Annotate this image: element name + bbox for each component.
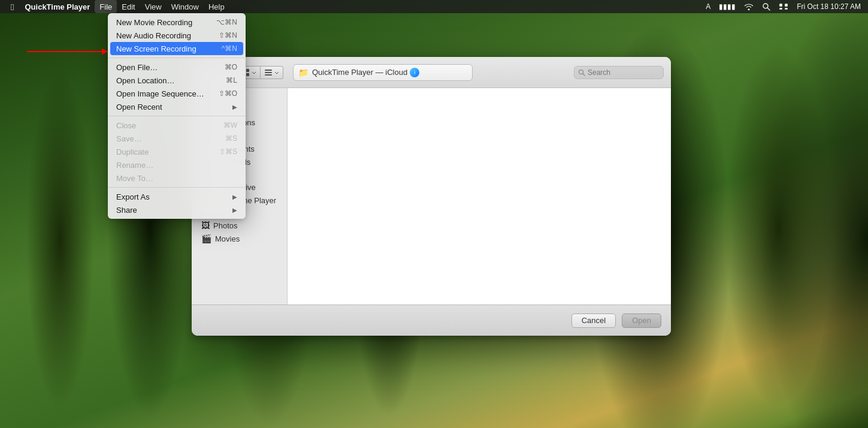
- menu-item-label: Share: [116, 206, 137, 215]
- menu-item-label: New Movie Recording: [116, 18, 192, 27]
- menu-item-duplicate[interactable]: Duplicate ⇧⌘S: [108, 145, 246, 158]
- cancel-button[interactable]: Cancel: [571, 314, 616, 328]
- menu-item-label: Rename…: [116, 161, 153, 170]
- separator-3: [108, 187, 246, 188]
- view-menu[interactable]: View: [140, 0, 167, 13]
- menu-item-shortcut: ⌥⌘N: [216, 18, 237, 26]
- submenu-arrow: ▶: [232, 194, 237, 200]
- menu-item-close[interactable]: Close ⌘W: [108, 119, 246, 132]
- menu-item-export-as[interactable]: Export As ▶: [108, 190, 246, 203]
- menu-item-shortcut: ⇧⌘N: [219, 31, 237, 40]
- menu-item-label: Open Image Sequence…: [116, 89, 204, 98]
- svg-rect-4: [779, 8, 782, 10]
- sidebar-item-movies[interactable]: 🎬 Movies: [194, 232, 285, 245]
- menu-item-new-audio-recording[interactable]: New Audio Recording ⇧⌘N: [108, 29, 246, 42]
- help-menu[interactable]: Help: [204, 0, 229, 13]
- search-icon: [578, 69, 585, 76]
- submenu-arrow: ▶: [232, 104, 237, 110]
- edit-menu[interactable]: Edit: [117, 0, 140, 13]
- svg-rect-14: [265, 74, 272, 76]
- menu-item-new-screen-recording[interactable]: New Screen Recording ^⌘N: [110, 42, 243, 55]
- menu-item-rename[interactable]: Rename…: [108, 158, 246, 171]
- menu-item-new-movie-recording[interactable]: New Movie Recording ⌥⌘N: [108, 16, 246, 29]
- svg-rect-11: [246, 73, 249, 76]
- separator-2: [108, 116, 246, 116]
- sidebar-item-label: Movies: [215, 234, 240, 243]
- svg-rect-12: [265, 70, 272, 71]
- search-input[interactable]: [588, 68, 660, 77]
- dialog-body: Favorites 🕐 Recents 🖥 Applications 🖥 Des…: [192, 88, 671, 305]
- menu-item-save[interactable]: Save… ⌘S: [108, 132, 246, 145]
- menu-item-label: Open Recent: [116, 103, 162, 111]
- menu-item-shortcut: ⌘L: [226, 76, 237, 85]
- svg-rect-13: [265, 72, 272, 73]
- svg-line-1: [768, 8, 770, 11]
- control-center[interactable]: [776, 3, 791, 10]
- svg-line-16: [583, 74, 585, 76]
- menubar-right: A ▮▮▮▮ Fri Oct 18 10:27 AM: [703, 2, 863, 11]
- keyboard-indicator: A: [703, 2, 713, 11]
- menu-item-shortcut: ⌘S: [225, 134, 237, 143]
- file-dropdown-menu: New Movie Recording ⌥⌘N New Audio Record…: [108, 13, 246, 219]
- file-open-dialog: 📁 QuickTime Player — iCloud i Favorites …: [192, 57, 671, 336]
- menubar-left:  QuickTime Player File Edit View Window…: [5, 0, 229, 13]
- menu-item-label: Duplicate: [116, 147, 149, 156]
- movies-icon: 🎬: [201, 234, 211, 243]
- location-bar[interactable]: 📁 QuickTime Player — iCloud i: [293, 64, 473, 81]
- photos-icon: 🖼: [201, 221, 210, 230]
- datetime: Fri Oct 18 10:27 AM: [794, 2, 863, 11]
- submenu-arrow: ▶: [232, 207, 237, 213]
- wifi-indicator: [742, 3, 756, 10]
- menu-item-shortcut: ⌘W: [223, 121, 237, 129]
- menu-item-open-recent[interactable]: Open Recent ▶: [108, 100, 246, 113]
- app-name-menu[interactable]: QuickTime Player: [20, 0, 95, 13]
- menu-item-share[interactable]: Share ▶: [108, 203, 246, 216]
- menu-item-shortcut: ⌘O: [225, 63, 237, 71]
- file-menu[interactable]: File: [95, 0, 117, 13]
- menu-item-shortcut: ⇧⌘S: [219, 147, 237, 156]
- location-label: QuickTime Player — iCloud: [312, 68, 407, 77]
- menu-item-label: Move To…: [116, 174, 153, 183]
- menu-item-open-file[interactable]: Open File… ⌘O: [108, 61, 246, 74]
- svg-rect-2: [779, 4, 782, 7]
- window-menu[interactable]: Window: [167, 0, 204, 13]
- dialog-content-area[interactable]: [288, 88, 671, 305]
- svg-rect-5: [785, 8, 788, 10]
- search-box[interactable]: [574, 66, 664, 79]
- icloud-badge: i: [410, 68, 419, 77]
- menu-item-label: Open Location…: [116, 76, 175, 85]
- svg-point-15: [579, 70, 583, 74]
- svg-marker-7: [102, 49, 108, 55]
- sidebar-item-label: Photos: [213, 221, 237, 230]
- dialog-footer: Cancel Open: [192, 305, 671, 336]
- apple-menu[interactable]: : [5, 0, 20, 13]
- location-text: QuickTime Player — iCloud i: [312, 68, 419, 77]
- menu-item-move-to[interactable]: Move To…: [108, 171, 246, 185]
- folder-icon: 📁: [298, 68, 309, 77]
- battery-indicator: ▮▮▮▮: [716, 2, 738, 11]
- menu-item-label: Export As: [116, 192, 150, 201]
- separator-1: [108, 58, 246, 58]
- menu-item-open-image-sequence[interactable]: Open Image Sequence… ⇧⌘O: [108, 87, 246, 100]
- svg-point-0: [763, 4, 768, 8]
- menu-item-open-location[interactable]: Open Location… ⌘L: [108, 74, 246, 87]
- svg-rect-9: [246, 69, 249, 72]
- menu-item-label: New Screen Recording: [116, 44, 196, 53]
- open-button[interactable]: Open: [622, 314, 661, 328]
- svg-rect-3: [785, 4, 788, 7]
- menubar:  QuickTime Player File Edit View Window…: [0, 0, 868, 13]
- menu-item-label: New Audio Recording: [116, 31, 191, 40]
- menu-item-label: Open File…: [116, 63, 158, 72]
- menu-item-label: Save…: [116, 134, 142, 143]
- menu-item-shortcut: ⇧⌘O: [219, 89, 237, 98]
- sidebar-item-photos[interactable]: 🖼 Photos: [194, 219, 285, 232]
- menu-item-label: Close: [116, 121, 136, 130]
- search-menubar[interactable]: [760, 2, 773, 11]
- dialog-toolbar: 📁 QuickTime Player — iCloud i: [192, 57, 671, 88]
- annotation-arrow: [24, 46, 108, 58]
- list-view-button[interactable]: [261, 66, 283, 79]
- menu-item-shortcut: ^⌘N: [222, 44, 237, 53]
